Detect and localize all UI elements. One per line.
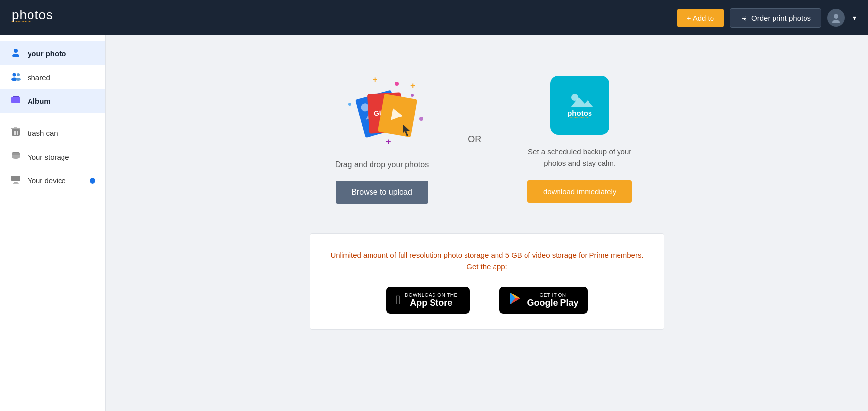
drag-drop-text: Drag and drop your photos [335,160,429,169]
sidebar-divider [0,117,105,117]
person-icon [10,47,22,59]
sidebar-item-your-storage[interactable]: Your storage [0,145,105,169]
sidebar-item-label: shared [28,73,50,82]
order-print-button[interactable]: 🖨 Order print photos [730,8,821,28]
logo-smile: ⁀⁀⁀ [12,21,31,29]
sidebar-item-label: Your storage [28,153,69,161]
svg-point-3 [12,54,19,57]
people-icon [10,71,22,84]
sidebar-item-trash-can[interactable]: trash can [0,121,105,145]
header-actions: + Add to 🖨 Order print photos ▾ [677,8,856,28]
storage-icon [10,151,22,163]
svg-point-1 [832,20,840,23]
svg-point-0 [834,14,838,19]
svg-point-24 [348,103,351,106]
svg-point-2 [14,49,18,53]
svg-point-7 [16,78,21,81]
app-layout: your photo shared Album trash can [0,35,868,411]
google-play-text: GET IT ON Google Play [527,293,578,308]
svg-point-21 [411,94,414,97]
svg-rect-8 [11,97,20,103]
sidebar-item-label: Album [28,97,51,105]
prime-text: Unlimited amount of full resolution phot… [330,249,644,273]
logo[interactable]: photos ⁀⁀⁀ [12,7,53,29]
svg-rect-19 [13,183,19,184]
upload-section: + + + GIF Drag and drop your pho [266,55,709,233]
backup-text: Set a scheduled backup of your photos an… [521,147,639,169]
photos-app-text: photos [567,109,592,117]
sidebar-item-your-device[interactable]: Your device [0,169,105,192]
avatar [827,9,845,27]
svg-text:+: + [373,75,377,84]
sidebar-item-label: trash can [28,129,58,137]
sidebar-item-label: your photo [28,49,66,58]
trash-icon [10,127,22,139]
header: photos ⁀⁀⁀ + Add to 🖨 Order print photos… [0,0,868,35]
device-icon [10,175,22,186]
device-badge [90,178,95,184]
svg-point-23 [419,117,423,121]
upload-left: + + + GIF Drag and drop your pho [335,75,429,204]
svg-rect-9 [13,96,19,97]
photo-illustration: + + + GIF [338,75,426,148]
browse-upload-button[interactable]: Browse to upload [336,181,428,204]
google-play-icon [508,292,522,309]
sidebar-item-shared[interactable]: shared [0,65,105,89]
bottom-section: Unlimited amount of full resolution phot… [310,233,664,330]
user-menu[interactable]: ▾ [827,9,856,27]
svg-text:+: + [410,81,416,90]
svg-point-6 [17,73,20,76]
svg-rect-17 [11,176,20,181]
sidebar: your photo shared Album trash can [0,35,106,411]
svg-text:+: + [386,137,391,147]
upload-right: photos ⁀⁀⁀ Set a scheduled backup of you… [521,76,639,203]
sidebar-item-label: Your device [28,176,66,185]
app-store-badge[interactable]:  Download on the App Store [386,287,470,314]
app-badges:  Download on the App Store GET IT ON Go… [330,287,644,314]
add-to-button[interactable]: + Add to [677,9,724,27]
sidebar-item-album[interactable]: Album [0,89,105,113]
svg-rect-12 [14,127,17,128]
main-content: + + + GIF Drag and drop your pho [106,35,868,411]
download-immediately-button[interactable]: download immediately [527,180,632,203]
apple-icon:  [395,293,400,308]
photos-app-icon: photos ⁀⁀⁀ [550,76,609,135]
print-icon: 🖨 [740,14,747,22]
svg-point-20 [395,82,399,86]
svg-rect-18 [14,182,18,183]
google-play-badge[interactable]: GET IT ON Google Play [499,287,587,314]
photos-app-smile: ⁀⁀⁀ [567,117,592,124]
app-store-text: Download on the App Store [405,293,458,308]
sidebar-item-your-photo[interactable]: your photo [0,41,105,65]
or-divider: OR [468,134,481,145]
album-icon [10,95,22,107]
svg-point-4 [13,73,16,77]
chevron-down-icon: ▾ [853,14,856,22]
